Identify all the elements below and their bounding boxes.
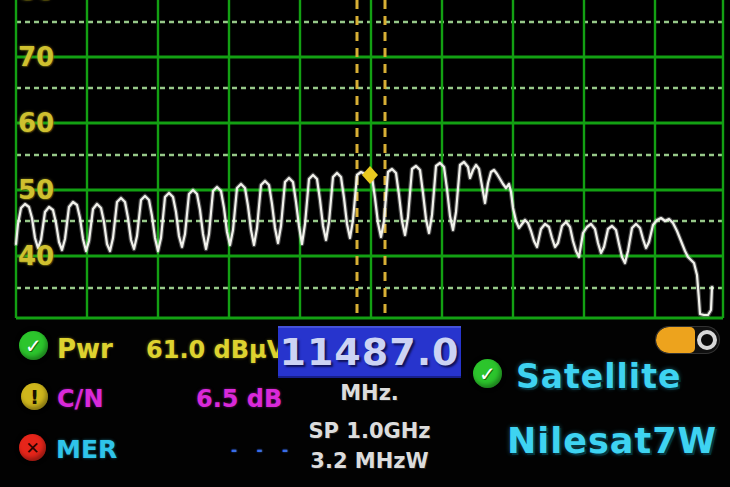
check-glyph: ✓ (25, 334, 42, 358)
exclamation-glyph: ! (30, 385, 39, 409)
marker-diamond-icon (362, 166, 378, 184)
satellite-name: Nilesat7W (507, 421, 717, 461)
pwr-ok-check-icon: ✓ (19, 331, 48, 360)
battery-icon (656, 327, 719, 353)
frequency-input[interactable]: 11487.0 (278, 326, 461, 378)
y-axis-label: 50 (18, 177, 58, 203)
pwr-label: Pwr (57, 336, 113, 362)
battery-fill (656, 327, 695, 353)
status-panel: ✓ Pwr 61.0 dBµV 11487.0 MHz. ! C/N 6.5 d… (0, 320, 730, 487)
frequency-unit: MHz. (278, 381, 461, 405)
bandwidth-readout: 3.2 MHzW (278, 449, 461, 473)
spectrum-trace-glow (16, 162, 712, 315)
y-axis-label: 80 (18, 0, 58, 4)
y-axis-label: 60 (18, 110, 58, 136)
span-readout: SP 1.0GHz (278, 419, 461, 443)
satellite-lock-check-icon: ✓ (473, 359, 502, 388)
cn-warning-icon: ! (21, 383, 48, 410)
cross-glyph: ✕ (25, 438, 39, 458)
y-axis-label: 40 (18, 243, 58, 269)
y-axis-label: 70 (18, 44, 58, 70)
satellite-mode-label: Satellite (516, 357, 681, 396)
spectrum-plot: 8070605040 (0, 0, 730, 322)
spectrum-svg (0, 0, 730, 322)
cn-value: 6.5 dB (196, 386, 282, 412)
pwr-value: 61.0 dBµV (146, 337, 285, 363)
battery-terminal-ring (697, 330, 717, 350)
check-glyph: ✓ (479, 362, 496, 386)
mer-error-icon: ✕ (19, 434, 46, 461)
satellite-meter-screen: 8070605040 ✓ Pwr 61.0 dBµV 11487.0 MHz. … (0, 0, 730, 487)
frequency-value: 11487.0 (279, 330, 459, 374)
cn-label: C/N (57, 386, 103, 412)
mer-label: MER (56, 437, 117, 463)
